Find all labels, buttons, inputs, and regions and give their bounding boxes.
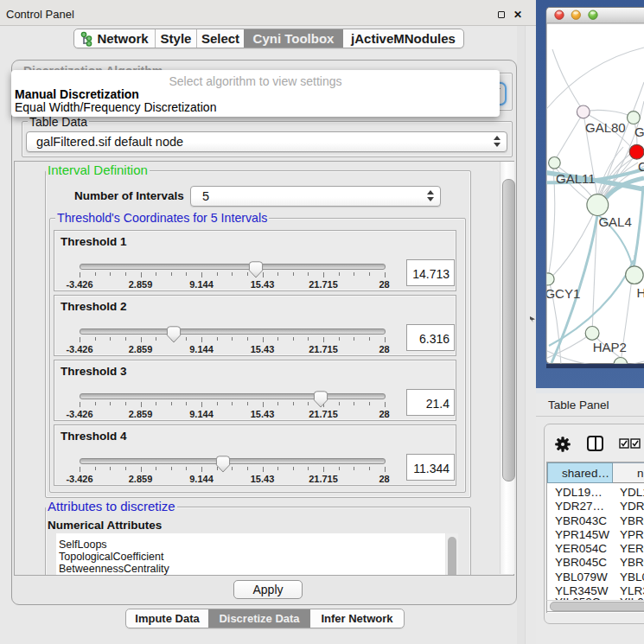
svg-text:C: C [638, 159, 644, 174]
svg-text:GAL4: GAL4 [598, 214, 631, 229]
svg-text:GCY1: GCY1 [545, 286, 580, 301]
svg-text:GAL80: GAL80 [585, 120, 626, 135]
svg-text:GA: GA [634, 124, 644, 139]
svg-text:H: H [636, 285, 644, 300]
svg-text:HAP2: HAP2 [593, 340, 627, 354]
svg-text:GAL11: GAL11 [556, 171, 596, 186]
